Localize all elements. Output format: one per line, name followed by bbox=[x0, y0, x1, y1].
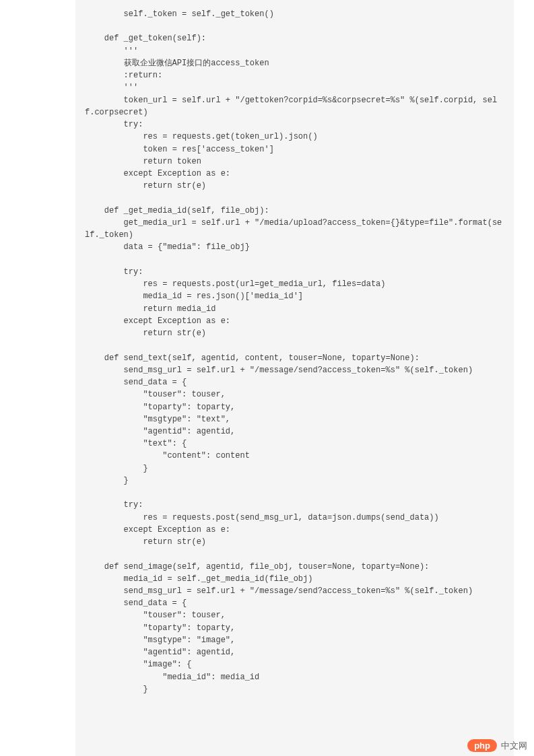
php-badge: php bbox=[467, 739, 497, 752]
watermark-text: 中文网 bbox=[501, 740, 527, 752]
code-block: self._token = self._get_token() def _get… bbox=[75, 0, 514, 756]
watermark: php 中文网 bbox=[467, 739, 527, 752]
